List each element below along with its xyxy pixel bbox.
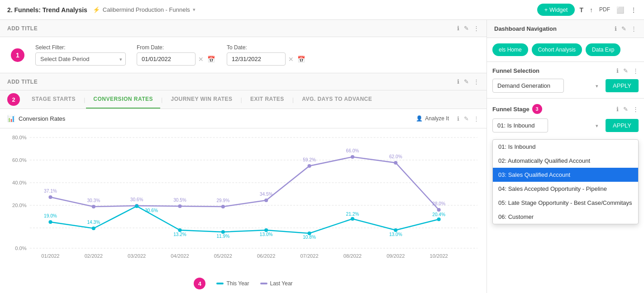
svg-point-21 — [48, 195, 52, 199]
svg-text:11.9%: 11.9% — [216, 234, 229, 239]
stage-option-5[interactable]: 05: Late Stage Opportunity - Best Case/C… — [493, 196, 638, 210]
analyze-it-button[interactable]: 👤 Analyze It — [412, 113, 453, 123]
app-container: 2. Funnels: Trend Analysis ⚡ Calibermind… — [0, 0, 644, 293]
from-date-clear-icon[interactable]: ✕ — [198, 56, 204, 63]
dashboard-nav: els Home Cohort Analysis Data Exp — [487, 38, 644, 62]
stage-option-6[interactable]: 06: Customer — [493, 210, 638, 224]
stage-apply-button[interactable]: APPLY — [606, 119, 639, 132]
screen-icon[interactable]: ⬜ — [616, 6, 624, 14]
edit-icon2[interactable]: ✎ — [464, 78, 469, 85]
analyze-label: Analyze It — [425, 115, 449, 122]
add-widget-button[interactable]: + Widget — [537, 4, 575, 16]
nav-btn-data-exp[interactable]: Data Exp — [586, 43, 620, 56]
svg-point-46 — [264, 228, 268, 232]
rp-edit-icon[interactable]: ✎ — [621, 25, 626, 32]
select-filter-wrapper: Select Date Period — [35, 52, 126, 66]
step3-badge: 3 — [532, 104, 542, 114]
fst-more-icon[interactable]: ⋮ — [633, 106, 639, 113]
tab-conversion-rates[interactable]: CONVERSION RATES — [86, 90, 160, 109]
chart-area: 80.0% 60.0% 40.0% 20.0% 0.0% 01/2022 02/… — [0, 128, 487, 274]
top-bar-actions: + Widget T ↑ PDF ⬜ ⋮ — [537, 4, 637, 16]
stage-option-4[interactable]: 04: Sales Accepted Opportunity - Pipelin… — [493, 182, 638, 196]
page-title: 2. Funnels: Trend Analysis — [7, 6, 87, 14]
funnel-select-dropdown[interactable]: Demand Generation — [492, 79, 564, 93]
from-date-group: From Date: ✕ 📅 — [137, 44, 216, 66]
from-date-input[interactable] — [137, 52, 196, 66]
top-bar-subtitle: ⚡ Calibermind Production - Funnels ▾ — [93, 6, 196, 13]
to-date-input[interactable] — [227, 52, 286, 66]
nav-btn-els-home[interactable]: els Home — [492, 43, 528, 56]
tab-journey-win-rates[interactable]: JOURNEY WIN RATES — [163, 90, 239, 109]
svg-point-30 — [437, 208, 441, 212]
select-filter-group: Select Filter: Select Date Period — [35, 44, 126, 66]
svg-point-28 — [351, 155, 354, 159]
to-date-input-row: ✕ 📅 — [227, 52, 306, 66]
rp-info-icon[interactable]: ℹ — [615, 25, 617, 32]
step1-badge: 1 — [11, 48, 24, 62]
funnel-apply-button[interactable]: APPLY — [606, 79, 639, 92]
fs-edit-icon[interactable]: ✎ — [623, 67, 628, 74]
svg-point-24 — [178, 204, 181, 208]
rp-more-icon[interactable]: ⋮ — [631, 25, 637, 32]
chart-more-icon[interactable]: ⋮ — [473, 115, 479, 122]
svg-text:04/2022: 04/2022 — [171, 253, 189, 259]
step4-badge: 4 — [194, 278, 205, 289]
pdf-icon[interactable]: PDF — [599, 6, 610, 14]
fs-info-icon[interactable]: ℹ — [616, 67, 619, 74]
more-icon[interactable]: ⋮ — [630, 6, 637, 14]
chart-title: Conversion Rates — [19, 115, 65, 122]
more-icon[interactable]: ⋮ — [473, 25, 479, 32]
select-filter-dropdown[interactable]: Select Date Period — [35, 52, 126, 66]
legend-last-year: Last Year — [260, 280, 293, 287]
svg-text:30.6%: 30.6% — [130, 197, 143, 202]
nav-btn-cohort-analysis[interactable]: Cohort Analysis — [532, 43, 582, 56]
stage-option-3[interactable]: 03: Sales Qualified Account — [493, 168, 638, 182]
edit-icon[interactable]: ✎ — [464, 25, 469, 32]
stage-option-2[interactable]: 02: Automatically Qualified Account — [493, 154, 638, 168]
text-icon[interactable]: T — [579, 6, 583, 14]
svg-text:40.0%: 40.0% — [12, 180, 27, 185]
to-date-calendar-icon[interactable]: 📅 — [296, 55, 306, 64]
info-icon[interactable]: ℹ — [457, 25, 459, 32]
svg-point-44 — [178, 228, 181, 232]
chart-icon: 📊 — [7, 115, 15, 122]
to-date-group: To Date: ✕ 📅 — [227, 44, 306, 66]
svg-text:10.8%: 10.8% — [303, 235, 316, 240]
legend-last-year-label: Last Year — [270, 280, 293, 287]
fs-more-icon[interactable]: ⋮ — [633, 67, 639, 74]
svg-point-26 — [264, 198, 268, 202]
funnel-stage-title: Funnel Stage — [492, 106, 530, 113]
stage-option-1[interactable]: 01: Is Inbound — [493, 140, 638, 154]
main-layout: ADD TITLE ℹ ✎ ⋮ 1 Select Filter: Select … — [0, 20, 644, 293]
stage-select-dropdown[interactable]: 01: Is Inbound — [492, 118, 548, 132]
svg-text:30.3%: 30.3% — [87, 198, 100, 203]
chart-edit-icon[interactable]: ✎ — [464, 115, 469, 122]
fst-edit-icon[interactable]: ✎ — [623, 106, 628, 113]
svg-text:62.0%: 62.0% — [389, 154, 402, 159]
top-bar-icons: T ↑ PDF ⬜ ⋮ — [579, 6, 637, 14]
svg-point-22 — [92, 205, 95, 208]
from-date-calendar-icon[interactable]: 📅 — [206, 55, 216, 64]
lightning-icon: ⚡ — [93, 6, 100, 13]
filter-row: 1 Select Filter: Select Date Period From… — [0, 37, 487, 73]
funnel-stage-title-row: Funnel Stage 3 — [492, 104, 542, 114]
svg-text:08/2022: 08/2022 — [343, 253, 362, 259]
info-icon2[interactable]: ℹ — [457, 78, 459, 85]
svg-text:20.0%: 20.0% — [12, 203, 27, 208]
to-date-clear-icon[interactable]: ✕ — [288, 56, 294, 63]
chart-info-icon[interactable]: ℹ — [457, 115, 459, 122]
stage-dropdown-overlay: 01: Is Inbound 02: Automatically Qualifi… — [492, 139, 639, 224]
tab-stage-starts[interactable]: STAGE STARTS — [24, 90, 83, 109]
section1-header: ADD TITLE ℹ ✎ ⋮ — [0, 20, 487, 37]
fst-info-icon[interactable]: ℹ — [616, 106, 619, 113]
more-icon2[interactable]: ⋮ — [473, 78, 479, 85]
svg-point-25 — [221, 205, 225, 208]
from-date-input-row: ✕ 📅 — [137, 52, 216, 66]
tab-avg-days[interactable]: AVG. DAYS TO ADVANCE — [295, 90, 379, 109]
tab-exit-rates[interactable]: EXIT RATES — [243, 90, 291, 109]
svg-text:60.0%: 60.0% — [12, 157, 27, 163]
upload-icon[interactable]: ↑ — [590, 6, 593, 14]
svg-text:30.6%: 30.6% — [145, 208, 158, 213]
stage-select-wrapper: 01: Is Inbound — [492, 118, 602, 132]
left-panel: ADD TITLE ℹ ✎ ⋮ 1 Select Filter: Select … — [0, 20, 487, 293]
